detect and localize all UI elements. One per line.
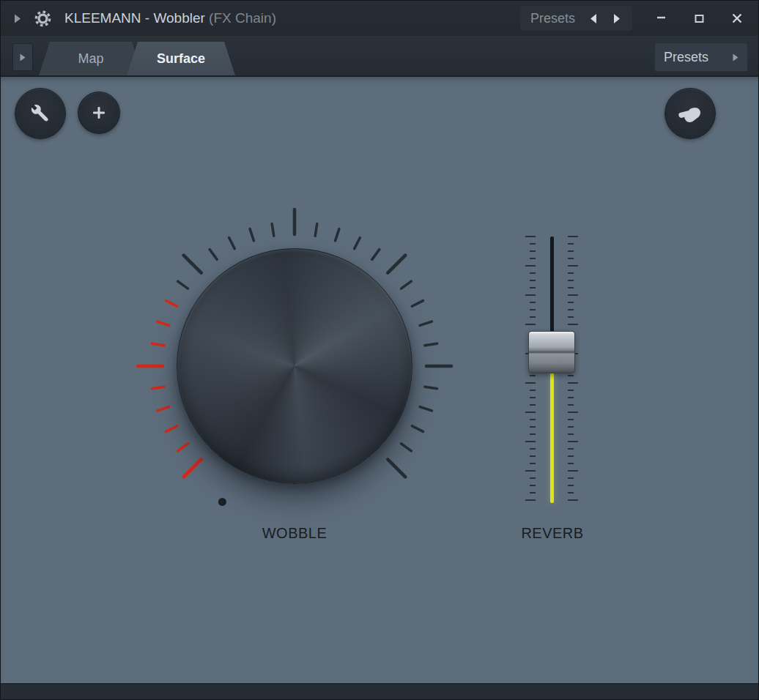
tab-map-label: Map [78, 51, 103, 67]
add-control-button[interactable] [78, 92, 120, 134]
presets-button[interactable]: Presets [654, 42, 748, 72]
close-icon [731, 12, 743, 24]
minimize-button[interactable] [651, 9, 670, 28]
chevron-right-icon [733, 53, 738, 62]
gear-icon[interactable] [33, 9, 53, 29]
reverb-slider-fill [550, 368, 554, 503]
plugin-menu-arrow-icon[interactable] [14, 14, 21, 23]
maximize-button[interactable] [689, 9, 708, 28]
plus-icon [92, 105, 106, 120]
preset-next-button[interactable] [612, 12, 622, 26]
bottom-status-strip [1, 683, 758, 699]
reverb-slider-handle[interactable] [528, 331, 575, 373]
tab-map[interactable]: Map [39, 42, 143, 75]
chevron-right-icon [20, 53, 26, 62]
wobble-knob[interactable] [177, 248, 412, 484]
arrow-right-icon [613, 13, 621, 24]
close-button[interactable] [727, 9, 747, 28]
edit-mode-button[interactable] [664, 88, 716, 139]
maximize-icon [694, 13, 705, 24]
arrow-left-icon [590, 13, 597, 24]
preset-previous-button[interactable] [588, 12, 599, 26]
wrench-icon [27, 100, 53, 127]
wobble-knob-label: WOBBLE [177, 525, 412, 542]
window-title: KLEEMANN - Wobbler (FX Chain) [64, 10, 276, 26]
titlebar-presets-group: Presets [520, 6, 632, 31]
reverb-slider-label: REVERB [508, 525, 596, 542]
plugin-window: KLEEMANN - Wobbler (FX Chain) Presets [0, 0, 759, 700]
tab-surface-label: Surface [157, 51, 205, 67]
tab-scroll-button[interactable] [12, 43, 33, 71]
window-title-suffix: (FX Chain) [209, 10, 276, 26]
hand-icon [676, 100, 704, 127]
tab-surface[interactable]: Surface [127, 42, 235, 75]
surface-settings-button[interactable] [15, 88, 66, 139]
presets-button-label: Presets [664, 50, 708, 65]
tabbar: Map Surface Presets [1, 36, 758, 77]
minimize-icon [656, 13, 667, 24]
control-surface: WOBBLE REVERB [1, 77, 758, 683]
titlebar: KLEEMANN - Wobbler (FX Chain) Presets [1, 1, 758, 36]
presets-label: Presets [530, 11, 575, 26]
